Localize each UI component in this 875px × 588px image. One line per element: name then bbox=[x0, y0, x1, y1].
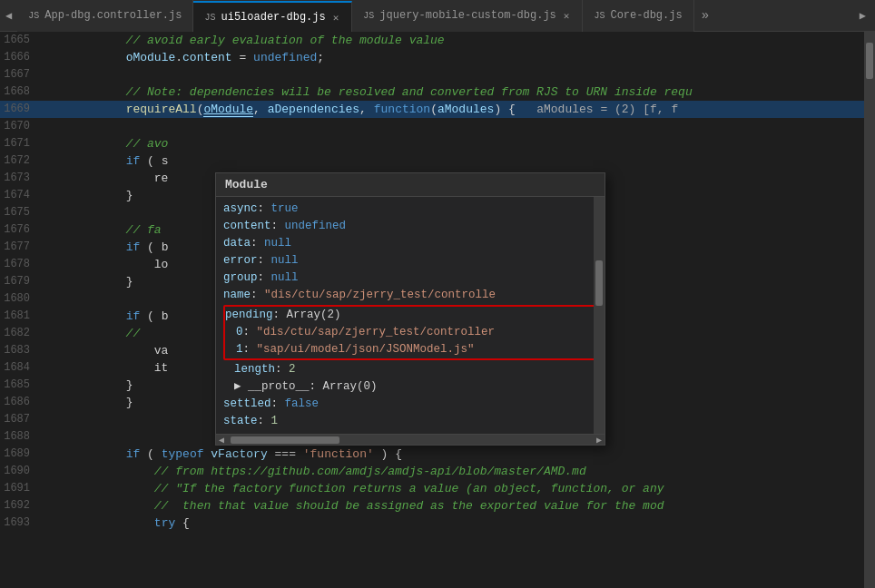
tooltip-popup: Module async: true content: undefined da… bbox=[215, 172, 605, 446]
tab-overflow-button[interactable]: » bbox=[694, 8, 716, 23]
hscroll-right-arrow[interactable]: ▶ bbox=[594, 435, 605, 446]
table-row: 1672 if ( s bbox=[0, 152, 864, 170]
line-content: // avo bbox=[41, 135, 864, 152]
table-row: 1689 if ( typeof vFactory === 'function'… bbox=[0, 446, 864, 463]
tab-jquery-mobile[interactable]: JS jquery-mobile-custom-dbg.js ✕ bbox=[352, 0, 583, 32]
tab-ui5loader[interactable]: JS ui5loader-dbg.js ✕ bbox=[193, 1, 352, 33]
line-number: 1678 bbox=[0, 256, 41, 273]
tab-ui5loader-label: ui5loader-dbg.js bbox=[221, 11, 326, 24]
line-number: 1691 bbox=[0, 480, 41, 497]
line-number: 1670 bbox=[0, 118, 41, 135]
list-item: async: true bbox=[223, 201, 597, 218]
line-number: 1682 bbox=[0, 325, 41, 342]
line-number: 1667 bbox=[0, 66, 41, 83]
table-row: 1693 try { bbox=[0, 514, 864, 532]
list-item: content: undefined bbox=[223, 218, 597, 235]
list-item: name: "dis/ctu/sap/zjerry_test/controlle bbox=[223, 287, 597, 304]
tooltip-scrollbar-thumb[interactable] bbox=[595, 260, 603, 306]
line-number: 1673 bbox=[0, 170, 41, 187]
tab-nav-left[interactable]: ◀ bbox=[0, 9, 17, 23]
hscroll-track bbox=[231, 436, 590, 444]
table-row: 1669 requireAll(oModule, aDependencies, … bbox=[0, 101, 864, 118]
tab-ui5loader-icon: JS bbox=[204, 13, 215, 23]
tab-bar: ◀ JS App-dbg.controller.js JS ui5loader-… bbox=[0, 0, 875, 32]
table-row: 1690 // from https://github.com/amdjs/am… bbox=[0, 463, 864, 480]
list-item: pending: Array(2) bbox=[225, 307, 595, 324]
line-number: 1684 bbox=[0, 359, 41, 377]
line-number: 1669 bbox=[0, 101, 41, 118]
list-item: error: null bbox=[223, 252, 597, 270]
tab-core-dbg-icon: JS bbox=[594, 11, 605, 21]
line-content: oModule.content = undefined; bbox=[41, 49, 864, 66]
table-row: 1692 // then that value should be assign… bbox=[0, 497, 864, 514]
tab-jquery-mobile-close[interactable]: ✕ bbox=[562, 9, 572, 23]
line-number: 1688 bbox=[0, 428, 41, 446]
hscroll-thumb[interactable] bbox=[231, 436, 339, 444]
editor-scrollbar[interactable] bbox=[864, 32, 875, 588]
tab-nav-right[interactable]: ▶ bbox=[854, 9, 871, 23]
line-content: // from https://github.com/amdjs/amdjs-a… bbox=[41, 463, 864, 480]
hscroll-left-arrow[interactable]: ◀ bbox=[216, 435, 227, 446]
line-number: 1666 bbox=[0, 49, 41, 66]
list-item: length: 2 bbox=[223, 361, 597, 378]
table-row: 1668 // Note: dependencies will be resol… bbox=[0, 83, 864, 101]
line-number: 1677 bbox=[0, 239, 41, 256]
list-item: state: 1 bbox=[223, 413, 597, 430]
line-number: 1692 bbox=[0, 497, 41, 514]
list-item: 0: "dis/ctu/sap/zjerry_test/controller bbox=[225, 324, 595, 341]
line-content: // avoid early evaluation of the module … bbox=[41, 32, 864, 49]
tab-core-dbg-label: Core-dbg.js bbox=[610, 9, 682, 22]
tooltip-scrollbar[interactable] bbox=[594, 197, 605, 434]
line-number: 1674 bbox=[0, 187, 41, 204]
tab-ui5loader-close[interactable]: ✕ bbox=[331, 11, 341, 24]
table-row: 1670 bbox=[0, 118, 864, 135]
line-content: try { bbox=[41, 514, 864, 532]
tab-jquery-mobile-icon: JS bbox=[363, 11, 374, 21]
line-number: 1686 bbox=[0, 394, 41, 411]
line-number: 1689 bbox=[0, 446, 41, 463]
table-row: 1667 bbox=[0, 66, 864, 83]
line-content: // Note: dependencies will be resolved a… bbox=[41, 83, 864, 101]
list-item: settled: false bbox=[223, 396, 597, 413]
list-item: ▶ __proto__: Array(0) bbox=[223, 378, 597, 396]
line-number: 1672 bbox=[0, 152, 41, 170]
tab-app-dbg-icon: JS bbox=[28, 11, 39, 21]
line-number: 1685 bbox=[0, 377, 41, 394]
line-content: requireAll(oModule, aDependencies, funct… bbox=[41, 101, 864, 118]
tooltip-body: async: true content: undefined data: nul… bbox=[216, 197, 605, 434]
line-number: 1693 bbox=[0, 514, 41, 532]
line-number: 1681 bbox=[0, 308, 41, 325]
list-item: 1: "sap/ui/model/json/JSONModel.js" bbox=[225, 341, 595, 358]
tooltip-hscrollbar[interactable]: ◀ ▶ bbox=[216, 434, 605, 445]
line-number: 1680 bbox=[0, 290, 41, 308]
line-number: 1676 bbox=[0, 221, 41, 239]
line-number: 1671 bbox=[0, 135, 41, 152]
line-content: if ( s bbox=[41, 152, 864, 170]
table-row: 1671 // avo bbox=[0, 135, 864, 152]
line-number: 1687 bbox=[0, 411, 41, 428]
line-number: 1690 bbox=[0, 463, 41, 480]
highlight-box: pending: Array(2) 0: "dis/ctu/sap/zjerry… bbox=[223, 305, 597, 360]
line-number: 1683 bbox=[0, 342, 41, 359]
list-item: group: null bbox=[223, 270, 597, 287]
line-number: 1675 bbox=[0, 204, 41, 221]
line-content bbox=[41, 66, 864, 83]
line-number: 1665 bbox=[0, 32, 41, 49]
line-number: 1679 bbox=[0, 273, 41, 290]
line-content: // then that value should be assigned as… bbox=[41, 497, 864, 514]
tab-app-dbg[interactable]: JS App-dbg.controller.js bbox=[17, 0, 193, 32]
line-content bbox=[41, 118, 864, 135]
table-row: 1666 oModule.content = undefined; bbox=[0, 49, 864, 66]
tooltip-title: Module bbox=[216, 173, 605, 197]
tab-core-dbg[interactable]: JS Core-dbg.js bbox=[583, 0, 693, 32]
line-number: 1668 bbox=[0, 83, 41, 101]
table-row: 1691 // "If the factory function returns… bbox=[0, 480, 864, 497]
line-content: if ( typeof vFactory === 'function' ) { bbox=[41, 446, 864, 463]
tab-jquery-mobile-label: jquery-mobile-custom-dbg.js bbox=[379, 9, 555, 22]
editor-area: 1665 // avoid early evaluation of the mo… bbox=[0, 32, 875, 588]
scrollbar-thumb[interactable] bbox=[866, 43, 873, 79]
table-row: 1665 // avoid early evaluation of the mo… bbox=[0, 32, 864, 49]
list-item: data: null bbox=[223, 235, 597, 252]
tab-app-dbg-label: App-dbg.controller.js bbox=[44, 9, 182, 22]
line-content: // "If the factory function returns a va… bbox=[41, 480, 864, 497]
